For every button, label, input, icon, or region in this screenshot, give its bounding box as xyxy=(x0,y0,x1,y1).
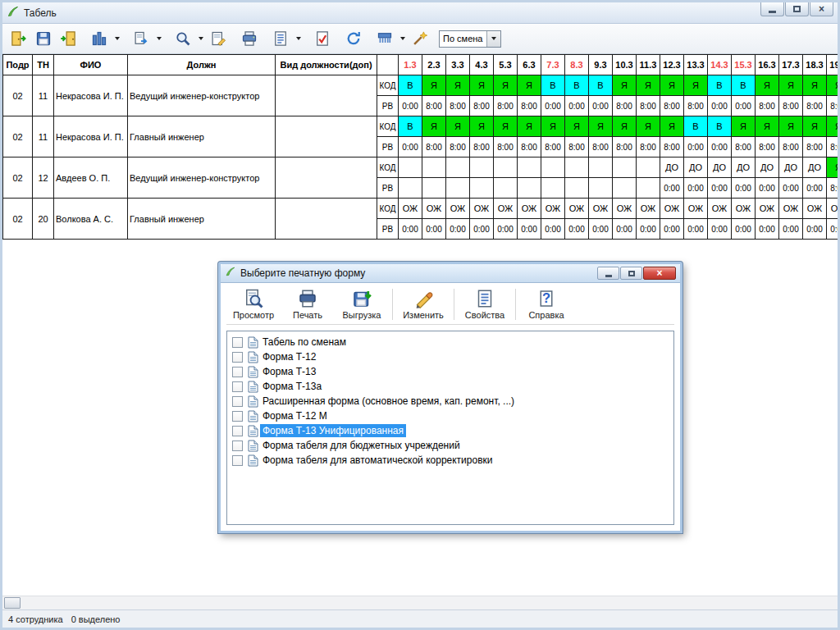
day-code-cell[interactable]: Я xyxy=(827,116,838,137)
day-hours-cell[interactable] xyxy=(446,178,470,199)
day-code-cell[interactable]: В xyxy=(708,116,732,137)
columns-button[interactable] xyxy=(87,26,112,51)
day-hours-cell[interactable]: 8:00 xyxy=(446,137,470,158)
preview-button[interactable]: Просмотр xyxy=(226,287,281,322)
day-hours-cell[interactable]: 0:00 xyxy=(732,219,756,240)
day-hours-cell[interactable]: 8:00 xyxy=(446,96,470,116)
day-code-cell[interactable]: Я xyxy=(803,75,827,96)
day-hours-cell[interactable]: 8:00 xyxy=(803,137,827,158)
day-code-cell[interactable]: ОЖ xyxy=(446,199,470,219)
checkbox[interactable] xyxy=(232,381,243,392)
day-hours-cell[interactable]: 8:00 xyxy=(779,96,803,116)
approve-button[interactable] xyxy=(310,26,335,51)
day-code-cell[interactable]: ОЖ xyxy=(803,199,827,219)
export-form-button[interactable]: Выгрузка xyxy=(335,287,389,322)
employee-dept-cell[interactable]: 02 xyxy=(3,158,33,199)
maximize-button[interactable] xyxy=(785,2,809,16)
save-button[interactable] xyxy=(31,26,56,51)
employee-position-type-cell[interactable] xyxy=(276,116,377,158)
dialog-close-button[interactable]: × xyxy=(643,267,676,280)
print-form-button[interactable]: Печать xyxy=(281,287,335,322)
day-hours-cell[interactable]: 0:00 xyxy=(494,219,518,240)
day-hours-cell[interactable]: 0:00 xyxy=(732,96,756,116)
day-code-cell[interactable]: Я xyxy=(470,75,494,96)
day-code-cell[interactable]: ОЖ xyxy=(684,199,708,219)
day-hours-cell[interactable]: 0:00 xyxy=(803,219,827,240)
day-hours-cell[interactable] xyxy=(589,178,613,199)
magic-wand-button[interactable] xyxy=(408,26,432,51)
day-hours-cell[interactable]: 8:00 xyxy=(613,96,637,116)
employee-position-cell[interactable]: Ведущий инженер-конструктор xyxy=(128,75,276,116)
day-code-cell[interactable] xyxy=(470,158,494,178)
day-code-cell[interactable]: ОЖ xyxy=(779,199,803,219)
day-code-cell[interactable] xyxy=(541,158,565,178)
day-hours-cell[interactable]: 0:00 xyxy=(589,219,613,240)
edit-form-button[interactable]: Изменить xyxy=(396,287,450,322)
day-hours-cell[interactable]: 0:00 xyxy=(470,219,494,240)
day-code-cell[interactable]: ДО xyxy=(684,158,708,178)
day-code-cell[interactable]: ДО xyxy=(732,158,756,178)
day-hours-cell[interactable]: 0:00 xyxy=(779,219,803,240)
day-hours-cell[interactable]: 8:00 xyxy=(803,96,827,116)
day-code-cell[interactable]: ОЖ xyxy=(708,199,732,219)
day-hours-cell[interactable]: 0:00 xyxy=(637,219,660,240)
day-code-cell[interactable]: Я xyxy=(565,116,589,137)
day-code-cell[interactable]: ОЖ xyxy=(732,199,756,219)
day-hours-cell[interactable]: 8:00 xyxy=(660,137,684,158)
day-code-cell[interactable] xyxy=(494,158,518,178)
day-code-cell[interactable] xyxy=(422,158,446,178)
day-code-cell[interactable]: ДО xyxy=(660,158,684,178)
day-code-cell[interactable]: ОЖ xyxy=(422,199,446,219)
day-hours-cell[interactable] xyxy=(613,178,637,199)
day-hours-cell[interactable]: 0:00 xyxy=(660,178,684,199)
day-code-cell[interactable]: Я xyxy=(637,75,660,96)
day-hours-cell[interactable]: 8:00 xyxy=(756,96,779,116)
day-code-cell[interactable] xyxy=(518,158,541,178)
report-dropdown-button[interactable] xyxy=(293,26,304,51)
day-code-cell[interactable]: В xyxy=(399,75,422,96)
day-code-cell[interactable]: ДО xyxy=(756,158,779,178)
print-button[interactable] xyxy=(237,26,262,51)
day-hours-cell[interactable]: 8:00 xyxy=(660,96,684,116)
edit-document-button[interactable] xyxy=(206,26,231,51)
day-hours-cell[interactable]: 8:00 xyxy=(518,96,541,116)
day-code-cell[interactable]: Я xyxy=(779,116,803,137)
day-code-cell[interactable]: ДО xyxy=(708,158,732,178)
day-code-cell[interactable] xyxy=(565,158,589,178)
day-hours-cell[interactable]: 0:00 xyxy=(660,219,684,240)
day-code-cell[interactable]: ДО xyxy=(803,158,827,178)
day-hours-cell[interactable] xyxy=(565,178,589,199)
day-code-cell[interactable]: Я xyxy=(779,75,803,96)
day-hours-cell[interactable]: 0:00 xyxy=(399,96,422,116)
day-hours-cell[interactable] xyxy=(494,178,518,199)
day-hours-cell[interactable]: 8:00 xyxy=(684,96,708,116)
print-form-item[interactable]: Расширенная форма (основное время, кап. … xyxy=(229,394,672,409)
dialog-maximize-button[interactable] xyxy=(620,267,642,280)
day-code-cell[interactable] xyxy=(637,158,660,178)
day-code-cell[interactable]: ОЖ xyxy=(399,199,422,219)
employee-number-cell[interactable]: 12 xyxy=(33,158,54,199)
titlebar[interactable]: Табель × xyxy=(2,2,838,24)
export-dropdown-button[interactable] xyxy=(153,26,164,51)
employee-position-type-cell[interactable] xyxy=(276,75,377,116)
search-button[interactable] xyxy=(171,26,195,51)
day-hours-cell[interactable]: 0:00 xyxy=(803,178,827,199)
day-code-cell[interactable]: ОЖ xyxy=(518,199,541,219)
day-hours-cell[interactable]: 0:00 xyxy=(756,178,779,199)
day-hours-cell[interactable]: 8:00 xyxy=(470,137,494,158)
day-code-cell[interactable]: В xyxy=(565,75,589,96)
employee-name-cell[interactable]: Авдеев О. П. xyxy=(54,158,128,199)
day-code-cell[interactable]: В xyxy=(541,75,565,96)
employee-dept-cell[interactable]: 02 xyxy=(3,199,33,240)
minimize-button[interactable] xyxy=(760,2,784,16)
report-button[interactable] xyxy=(268,26,293,51)
day-hours-cell[interactable]: 0:00 xyxy=(541,219,565,240)
day-hours-cell[interactable]: 8:00 xyxy=(827,96,838,116)
shift-mode-combobox[interactable]: По смена xyxy=(439,30,501,48)
print-form-item[interactable]: Форма Т-13а xyxy=(229,379,672,394)
day-code-cell[interactable] xyxy=(589,158,613,178)
day-code-cell[interactable] xyxy=(446,158,470,178)
combobox-dropdown-button[interactable] xyxy=(486,31,500,47)
day-code-cell[interactable]: ОЖ xyxy=(827,199,838,219)
day-code-cell[interactable]: Я xyxy=(827,75,838,96)
